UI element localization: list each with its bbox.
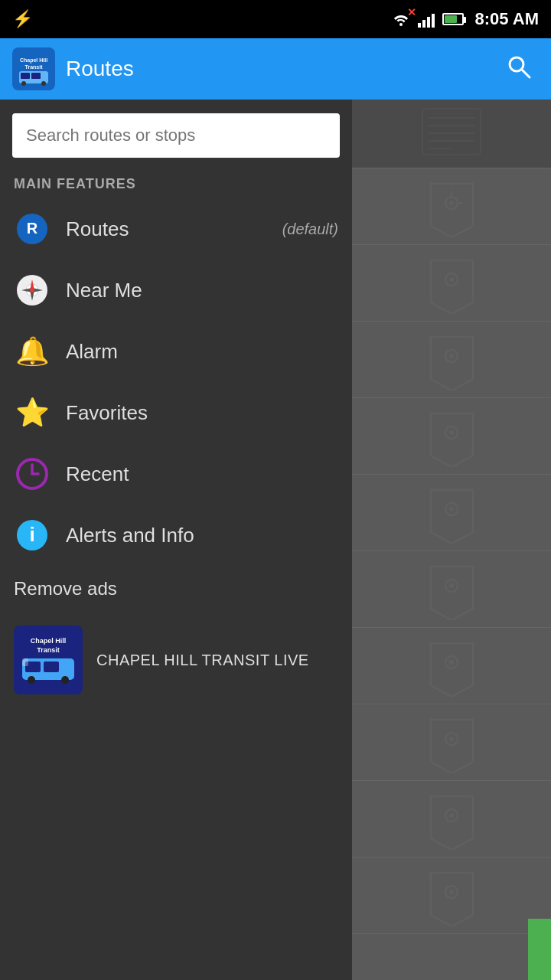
svg-text:Transit: Transit: [25, 64, 44, 70]
search-box[interactable]: [12, 113, 340, 158]
wifi-x-icon: ✕: [407, 6, 416, 18]
svg-point-66: [449, 813, 454, 818]
map-row-9: [352, 781, 551, 858]
map-row-5: [352, 475, 551, 551]
right-panel: [352, 100, 551, 980]
svg-point-63: [449, 737, 454, 741]
app-logo: Chapel Hill Transit: [12, 47, 55, 90]
nearme-icon: [14, 272, 51, 309]
map-icon-list: [352, 168, 551, 980]
svg-marker-55: [431, 567, 473, 620]
svg-point-7: [41, 81, 46, 86]
svg-point-29: [61, 676, 69, 684]
map-row-4: [352, 398, 551, 475]
svg-point-18: [30, 288, 34, 292]
svg-point-42: [449, 201, 454, 205]
routes-badge: (default): [282, 220, 338, 238]
alerts-icon: i: [14, 517, 51, 554]
menu-item-favorites[interactable]: ⭐ Favorites: [0, 382, 352, 443]
svg-marker-64: [431, 796, 473, 850]
time-display: 8:05 AM: [474, 9, 539, 29]
routes-icon: R: [14, 211, 51, 247]
svg-marker-49: [431, 413, 473, 467]
svg-point-45: [449, 277, 454, 282]
map-row-1: [352, 168, 551, 245]
menu-item-nearme[interactable]: Near Me: [0, 260, 352, 321]
menu-item-recent[interactable]: Recent: [0, 443, 352, 505]
usb-icon: ⚡: [12, 9, 33, 29]
svg-marker-58: [431, 643, 473, 697]
sidebar: MAIN FEATURES R Routes (default): [0, 100, 352, 980]
svg-marker-52: [431, 490, 473, 544]
recent-label: Recent: [66, 462, 129, 486]
map-row-8: [352, 704, 551, 781]
status-left: ⚡: [12, 9, 33, 29]
svg-text:Transit: Transit: [37, 646, 60, 654]
main-features-label: MAIN FEATURES: [0, 167, 352, 198]
svg-text:R: R: [27, 220, 38, 237]
recent-icon: [14, 456, 51, 492]
promo-label: CHAPEL HILL TRANSIT LIVE: [96, 652, 309, 669]
menu-item-alarm[interactable]: 🔔 Alarm: [0, 321, 352, 382]
svg-marker-43: [431, 260, 473, 314]
status-bar: ⚡ ✕ 8:05 AM: [0, 0, 551, 38]
svg-point-48: [449, 354, 454, 358]
schedule-row-top: [352, 100, 551, 168]
main-layout: MAIN FEATURES R Routes (default): [0, 100, 551, 980]
app-bar: Chapel Hill Transit Routes: [0, 38, 551, 100]
map-row-10: [352, 858, 551, 934]
svg-marker-46: [431, 337, 473, 390]
svg-rect-4: [21, 73, 30, 79]
svg-point-57: [449, 583, 454, 588]
map-row-6: [352, 551, 551, 628]
svg-text:Chapel Hill: Chapel Hill: [31, 637, 67, 645]
favorites-icon: ⭐: [14, 394, 51, 431]
svg-point-69: [449, 890, 454, 894]
svg-marker-61: [431, 720, 473, 773]
map-row-7: [352, 628, 551, 704]
alarm-label: Alarm: [66, 340, 118, 364]
svg-point-51: [449, 430, 454, 435]
status-right: ✕ 8:05 AM: [390, 9, 539, 30]
remove-ads-item[interactable]: Remove ads: [0, 566, 352, 612]
favorites-label: Favorites: [66, 401, 148, 425]
menu-item-routes[interactable]: R Routes (default): [0, 198, 352, 260]
menu-item-alerts[interactable]: i Alerts and Info: [0, 505, 352, 566]
svg-rect-5: [31, 73, 41, 79]
alarm-icon: 🔔: [14, 333, 51, 370]
remove-ads-label: Remove ads: [14, 578, 117, 599]
svg-point-60: [449, 660, 454, 665]
svg-rect-30: [22, 658, 28, 666]
svg-marker-67: [431, 873, 473, 926]
search-button[interactable]: [499, 47, 539, 92]
battery-icon: [442, 13, 464, 25]
svg-text:i: i: [29, 523, 34, 546]
svg-point-54: [449, 507, 454, 511]
map-row-3: [352, 322, 551, 398]
app-bar-title: Routes: [66, 57, 499, 81]
svg-line-9: [522, 70, 530, 77]
svg-point-6: [21, 81, 26, 86]
signal-icon: [418, 11, 435, 28]
svg-rect-27: [44, 662, 59, 672]
promo-section[interactable]: Chapel Hill Transit CHAPEL HILL TRANSIT …: [0, 615, 352, 705]
search-input[interactable]: [26, 126, 326, 145]
nearme-label: Near Me: [66, 279, 142, 302]
svg-point-28: [28, 676, 35, 684]
map-row-2: [352, 245, 551, 322]
svg-text:Chapel Hill: Chapel Hill: [20, 57, 47, 64]
svg-marker-38: [452, 184, 473, 237]
wifi-icon: ✕: [390, 9, 412, 30]
routes-label: Routes: [66, 217, 129, 241]
promo-logo: Chapel Hill Transit: [14, 626, 83, 694]
alerts-label: Alerts and Info: [66, 524, 194, 547]
bottom-green-bar: [528, 919, 551, 980]
